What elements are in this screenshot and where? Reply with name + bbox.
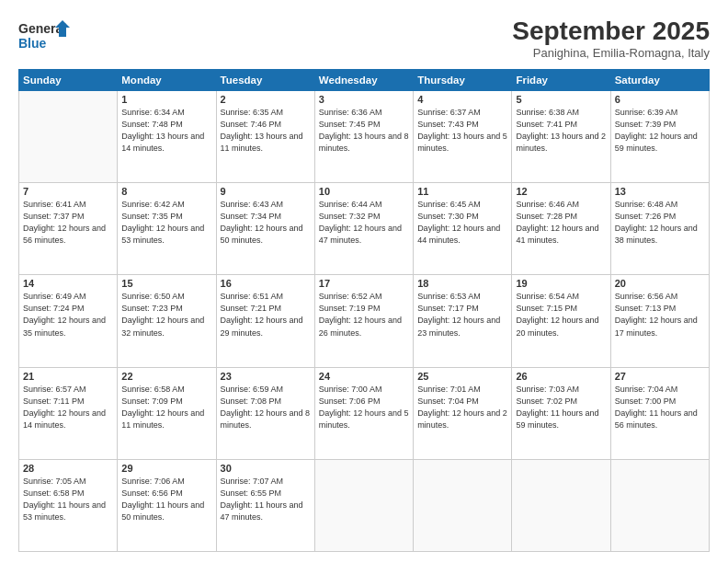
day-number: 22 xyxy=(121,371,211,382)
day-detail: Sunrise: 6:37 AM Sunset: 7:43 PM Dayligh… xyxy=(417,107,507,155)
calendar-day: 16Sunrise: 6:51 AM Sunset: 7:21 PM Dayli… xyxy=(216,275,314,367)
calendar-day: 28Sunrise: 7:05 AM Sunset: 6:58 PM Dayli… xyxy=(19,459,118,551)
svg-text:Blue: Blue xyxy=(18,36,47,51)
day-detail: Sunrise: 6:49 AM Sunset: 7:24 PM Dayligh… xyxy=(23,291,113,339)
day-number: 4 xyxy=(417,94,507,105)
header-saturday: Saturday xyxy=(610,70,709,91)
day-detail: Sunrise: 6:36 AM Sunset: 7:45 PM Dayligh… xyxy=(319,107,409,155)
day-number: 20 xyxy=(615,278,705,289)
logo-svg: General Blue xyxy=(18,17,74,55)
calendar-table: Sunday Monday Tuesday Wednesday Thursday… xyxy=(18,69,710,552)
day-number: 3 xyxy=(319,94,409,105)
day-detail: Sunrise: 7:06 AM Sunset: 6:56 PM Dayligh… xyxy=(121,476,211,523)
calendar-day: 27Sunrise: 7:04 AM Sunset: 7:00 PM Dayli… xyxy=(610,367,709,459)
page-header: General Blue September 2025 Panighina, E… xyxy=(18,17,710,60)
calendar-day: 25Sunrise: 7:01 AM Sunset: 7:04 PM Dayli… xyxy=(414,367,512,459)
calendar-day: 1Sunrise: 6:34 AM Sunset: 7:48 PM Daylig… xyxy=(118,91,216,183)
day-number: 25 xyxy=(417,371,507,382)
header-monday: Monday xyxy=(118,70,216,91)
day-number: 1 xyxy=(121,94,211,105)
day-number: 18 xyxy=(417,278,507,289)
day-detail: Sunrise: 6:44 AM Sunset: 7:32 PM Dayligh… xyxy=(319,199,409,247)
header-wednesday: Wednesday xyxy=(314,70,413,91)
calendar-day: 26Sunrise: 7:03 AM Sunset: 7:02 PM Dayli… xyxy=(512,367,610,459)
calendar-day: 30Sunrise: 7:07 AM Sunset: 6:55 PM Dayli… xyxy=(216,459,314,551)
day-number: 2 xyxy=(221,94,311,105)
day-number: 7 xyxy=(23,186,113,197)
calendar-day: 21Sunrise: 6:57 AM Sunset: 7:11 PM Dayli… xyxy=(19,367,118,459)
calendar-week-row: 1Sunrise: 6:34 AM Sunset: 7:48 PM Daylig… xyxy=(19,91,710,183)
day-detail: Sunrise: 6:46 AM Sunset: 7:28 PM Dayligh… xyxy=(516,199,606,247)
day-detail: Sunrise: 6:50 AM Sunset: 7:23 PM Dayligh… xyxy=(121,291,211,339)
day-detail: Sunrise: 6:45 AM Sunset: 7:30 PM Dayligh… xyxy=(417,199,507,247)
subtitle: Panighina, Emilia-Romagna, Italy xyxy=(512,46,710,60)
calendar-week-row: 14Sunrise: 6:49 AM Sunset: 7:24 PM Dayli… xyxy=(19,275,710,367)
month-title: September 2025 xyxy=(512,17,710,46)
day-number: 28 xyxy=(23,463,113,474)
calendar-day: 22Sunrise: 6:58 AM Sunset: 7:09 PM Dayli… xyxy=(118,367,216,459)
day-number: 16 xyxy=(221,278,311,289)
calendar-week-row: 28Sunrise: 7:05 AM Sunset: 6:58 PM Dayli… xyxy=(19,459,710,551)
calendar-day xyxy=(19,91,118,183)
calendar-day xyxy=(414,459,512,551)
day-detail: Sunrise: 7:00 AM Sunset: 7:06 PM Dayligh… xyxy=(319,384,409,431)
day-detail: Sunrise: 6:42 AM Sunset: 7:35 PM Dayligh… xyxy=(121,199,211,247)
calendar-day: 18Sunrise: 6:53 AM Sunset: 7:17 PM Dayli… xyxy=(414,275,512,367)
title-block: September 2025 Panighina, Emilia-Romagna… xyxy=(512,17,710,60)
day-detail: Sunrise: 6:34 AM Sunset: 7:48 PM Dayligh… xyxy=(121,107,211,155)
calendar-day: 7Sunrise: 6:41 AM Sunset: 7:37 PM Daylig… xyxy=(19,183,118,275)
calendar-day: 19Sunrise: 6:54 AM Sunset: 7:15 PM Dayli… xyxy=(512,275,610,367)
day-number: 14 xyxy=(23,278,113,289)
day-detail: Sunrise: 6:53 AM Sunset: 7:17 PM Dayligh… xyxy=(417,291,507,339)
calendar-day xyxy=(610,459,709,551)
day-detail: Sunrise: 6:54 AM Sunset: 7:15 PM Dayligh… xyxy=(516,291,606,339)
calendar-day: 20Sunrise: 6:56 AM Sunset: 7:13 PM Dayli… xyxy=(610,275,709,367)
day-number: 11 xyxy=(417,186,507,197)
day-detail: Sunrise: 7:03 AM Sunset: 7:02 PM Dayligh… xyxy=(516,384,606,431)
calendar-day: 14Sunrise: 6:49 AM Sunset: 7:24 PM Dayli… xyxy=(19,275,118,367)
calendar-week-row: 7Sunrise: 6:41 AM Sunset: 7:37 PM Daylig… xyxy=(19,183,710,275)
logo: General Blue xyxy=(18,17,74,55)
day-detail: Sunrise: 6:38 AM Sunset: 7:41 PM Dayligh… xyxy=(516,107,606,155)
calendar-day: 10Sunrise: 6:44 AM Sunset: 7:32 PM Dayli… xyxy=(314,183,413,275)
calendar-day: 12Sunrise: 6:46 AM Sunset: 7:28 PM Dayli… xyxy=(512,183,610,275)
day-number: 27 xyxy=(615,371,705,382)
day-detail: Sunrise: 6:51 AM Sunset: 7:21 PM Dayligh… xyxy=(221,291,311,339)
day-number: 13 xyxy=(615,186,705,197)
day-detail: Sunrise: 7:04 AM Sunset: 7:00 PM Dayligh… xyxy=(615,384,705,431)
day-number: 6 xyxy=(615,94,705,105)
day-number: 17 xyxy=(319,278,409,289)
calendar-day xyxy=(512,459,610,551)
day-number: 15 xyxy=(121,278,211,289)
day-number: 9 xyxy=(221,186,311,197)
day-number: 26 xyxy=(516,371,606,382)
day-detail: Sunrise: 6:48 AM Sunset: 7:26 PM Dayligh… xyxy=(615,199,705,247)
calendar-day: 29Sunrise: 7:06 AM Sunset: 6:56 PM Dayli… xyxy=(118,459,216,551)
header-tuesday: Tuesday xyxy=(216,70,314,91)
calendar-day: 9Sunrise: 6:43 AM Sunset: 7:34 PM Daylig… xyxy=(216,183,314,275)
calendar-day: 15Sunrise: 6:50 AM Sunset: 7:23 PM Dayli… xyxy=(118,275,216,367)
calendar-day xyxy=(314,459,413,551)
calendar-day: 17Sunrise: 6:52 AM Sunset: 7:19 PM Dayli… xyxy=(314,275,413,367)
day-detail: Sunrise: 6:35 AM Sunset: 7:46 PM Dayligh… xyxy=(221,107,311,155)
calendar-day: 8Sunrise: 6:42 AM Sunset: 7:35 PM Daylig… xyxy=(118,183,216,275)
day-detail: Sunrise: 6:59 AM Sunset: 7:08 PM Dayligh… xyxy=(221,384,311,431)
day-detail: Sunrise: 6:43 AM Sunset: 7:34 PM Dayligh… xyxy=(221,199,311,247)
calendar-week-row: 21Sunrise: 6:57 AM Sunset: 7:11 PM Dayli… xyxy=(19,367,710,459)
calendar-day: 23Sunrise: 6:59 AM Sunset: 7:08 PM Dayli… xyxy=(216,367,314,459)
day-detail: Sunrise: 7:01 AM Sunset: 7:04 PM Dayligh… xyxy=(417,384,507,431)
day-number: 12 xyxy=(516,186,606,197)
day-number: 21 xyxy=(23,371,113,382)
day-number: 5 xyxy=(516,94,606,105)
calendar-day: 11Sunrise: 6:45 AM Sunset: 7:30 PM Dayli… xyxy=(414,183,512,275)
day-detail: Sunrise: 6:57 AM Sunset: 7:11 PM Dayligh… xyxy=(23,384,113,431)
day-number: 30 xyxy=(221,463,311,474)
day-number: 24 xyxy=(319,371,409,382)
day-number: 23 xyxy=(221,371,311,382)
calendar-day: 13Sunrise: 6:48 AM Sunset: 7:26 PM Dayli… xyxy=(610,183,709,275)
day-detail: Sunrise: 6:41 AM Sunset: 7:37 PM Dayligh… xyxy=(23,199,113,247)
day-detail: Sunrise: 6:58 AM Sunset: 7:09 PM Dayligh… xyxy=(121,384,211,431)
calendar-header-row: Sunday Monday Tuesday Wednesday Thursday… xyxy=(19,70,710,91)
calendar-day: 2Sunrise: 6:35 AM Sunset: 7:46 PM Daylig… xyxy=(216,91,314,183)
calendar-day: 3Sunrise: 6:36 AM Sunset: 7:45 PM Daylig… xyxy=(314,91,413,183)
